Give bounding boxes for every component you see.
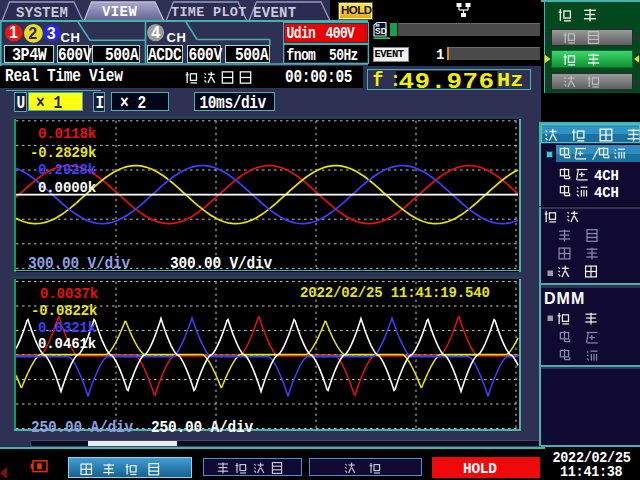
svg-text:SD: SD: [375, 26, 387, 36]
